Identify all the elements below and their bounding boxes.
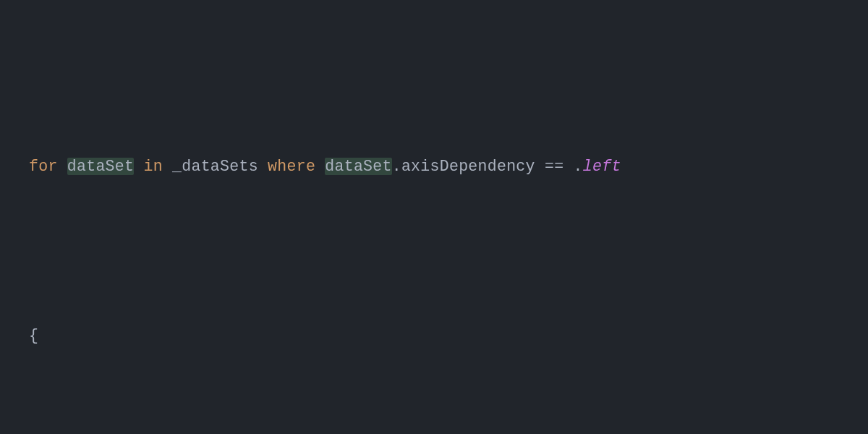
space [563,158,573,175]
identifier-dataSets: _dataSets [172,158,258,175]
space [535,158,545,175]
code-line[interactable]: { [0,319,868,353]
space [258,158,268,175]
code-editor[interactable]: for dataSet in _dataSets where dataSet.a… [0,0,868,434]
dot: . [574,158,583,175]
identifier-dataSet: dataSet [325,158,391,175]
dot: . [392,158,401,175]
space [163,158,172,175]
keyword-where: where [268,158,315,175]
space [58,158,67,175]
enum-case-left: left [583,158,621,175]
identifier-dataSet: dataSet [67,158,134,175]
brace-open: { [29,327,38,344]
code-line[interactable]: for dataSet in _dataSets where dataSet.a… [0,150,868,184]
operator-eqeq: == [545,158,563,175]
property-axisDependency: axisDependency [401,158,535,175]
keyword-in: in [143,158,162,175]
keyword-for: for [29,158,58,175]
space [315,158,325,175]
space [134,158,143,175]
